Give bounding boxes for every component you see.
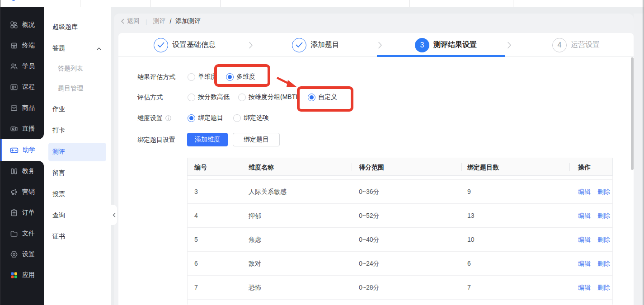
sidebar-item-直播[interactable]: 直播 [0, 118, 44, 139]
column-separator [569, 163, 570, 171]
sidebar-collapse-handle[interactable] [111, 205, 117, 225]
bind-question-button[interactable]: 绑定题目 [233, 133, 280, 146]
cell-score-range: 0~40分 [359, 228, 380, 252]
edit-link[interactable]: 编辑 [578, 204, 591, 228]
step-2[interactable]: 添加题目 [292, 33, 339, 57]
info-icon [165, 115, 171, 121]
students-icon [10, 62, 18, 70]
sidebar-item-设置[interactable]: 设置 [0, 244, 44, 265]
delete-link[interactable]: 删除 [597, 252, 610, 276]
breadcrumb-divider: | [146, 18, 147, 25]
cell-dimension-name: 抑郁 [249, 204, 261, 228]
table-body: 3人际关系敏感0~36分9编辑删除4抑郁0~52分13编辑删除5焦虑0~40分1… [187, 176, 613, 305]
radio-icon [233, 114, 241, 122]
dashboard-grid-icon [10, 21, 18, 29]
check-icon [157, 42, 165, 48]
sidebar-item-label: 营销 [22, 188, 35, 196]
chevron-right-icon [249, 42, 253, 49]
sidebar-item-label: 设置 [22, 250, 35, 258]
submenu-item-证书[interactable]: 证书 [44, 226, 111, 247]
submenu-item-label: 投票 [52, 190, 65, 198]
table-header: 编号 维度名称 得分范围 绑定题目数 操作 [187, 158, 613, 176]
radio-label: 按分数高低 [198, 93, 230, 101]
step-number-circle: 3 [415, 38, 429, 52]
radio-single-dimension[interactable]: 单维度 [188, 70, 217, 84]
submenu-item-查询[interactable]: 查询 [44, 205, 111, 226]
breadcrumb-parent[interactable]: 测评 [153, 17, 165, 25]
submenu-item-打卡[interactable]: 打卡 [44, 120, 111, 141]
study-aid-controller-icon [10, 146, 19, 155]
sidebar-item-label: 商品 [22, 104, 35, 112]
submenu-item-label: 证书 [52, 233, 65, 241]
step-1[interactable]: 设置基础信息 [154, 33, 216, 57]
sidebar-item-学员[interactable]: 学员 [0, 56, 44, 77]
cell-dimension-name: 敌对 [249, 252, 261, 276]
add-dimension-button[interactable]: 添加维度 [187, 133, 228, 146]
submenu-item-作业[interactable]: 作业 [44, 99, 111, 120]
order-clipboard-icon [10, 209, 18, 217]
column-separator [461, 163, 462, 171]
cell-bound-count: 7 [467, 276, 471, 300]
favicon-fragment-icon [12, 0, 15, 1]
delete-link[interactable]: 删除 [597, 180, 610, 204]
radio-bind-options[interactable]: 绑定选项 [233, 111, 269, 125]
submenu-item-答题[interactable]: 答题 [44, 38, 111, 59]
delete-link[interactable]: 删除 [597, 204, 610, 228]
radio-icon [238, 94, 246, 101]
sidebar-item-助学[interactable]: 助学 [0, 139, 44, 161]
cell-number: 3 [194, 180, 198, 204]
sidebar-item-教务[interactable]: 教务 [0, 161, 44, 182]
browser-tab-strip [0, 0, 644, 7]
column-separator [352, 163, 352, 171]
col-dimension-name: 维度名称 [249, 158, 274, 176]
breadcrumb-back-button[interactable]: 返回 [121, 17, 140, 25]
step-number-circle: 4 [552, 38, 567, 52]
sidebar-item-订单[interactable]: 订单 [0, 202, 44, 223]
submenu-item-label: 打卡 [52, 127, 65, 135]
sidebar-item-课程[interactable]: 课程 [0, 77, 44, 98]
submenu-item-题目管理[interactable]: 题目管理 [44, 79, 111, 99]
course-board-icon [10, 83, 18, 91]
form-row-evaluation-method: 评估方式 按分数高低 按维度分组(MBTI 自定义 [118, 90, 616, 104]
form-label: 评估方式 [137, 90, 163, 104]
column-separator [242, 163, 242, 171]
delete-link[interactable]: 删除 [597, 276, 610, 300]
storefront-icon [10, 42, 18, 50]
submenu-item-投票[interactable]: 投票 [44, 183, 111, 205]
sidebar-item-label: 教务 [22, 167, 35, 175]
submenu-item-label: 查询 [52, 211, 65, 220]
edit-link[interactable]: 编辑 [578, 228, 591, 252]
edit-link[interactable]: 编辑 [578, 180, 591, 204]
submenu-item-测评[interactable]: 测评 [44, 141, 111, 162]
tab-separator [220, 0, 221, 7]
chevron-left-icon [113, 213, 116, 217]
sidebar-item-概况[interactable]: 概况 [0, 14, 44, 35]
edit-link[interactable]: 编辑 [578, 252, 591, 276]
sidebar-item-营销[interactable]: 营销 [0, 182, 44, 202]
cell-score-range: 0~28分 [359, 276, 380, 300]
sidebar-item-商品[interactable]: 商品 [0, 98, 44, 118]
sidebar-item-应用[interactable]: 应用 [0, 265, 44, 286]
radio-bind-questions[interactable]: 绑定题目 [188, 111, 223, 125]
sidebar-item-文件[interactable]: 文件 [0, 223, 44, 244]
radio-label: 绑定题目 [198, 114, 223, 122]
submenu-item-超级题库[interactable]: 超级题库 [44, 16, 111, 38]
step-3[interactable]: 3 测评结果设置 [415, 33, 477, 57]
edit-link[interactable]: 编辑 [578, 276, 591, 300]
submenu-item-答题列表[interactable]: 答题列表 [44, 59, 111, 79]
step-title: 添加题目 [310, 40, 339, 50]
form-row-result-evaluation: 结果评估方式 单维度 多维度 [118, 70, 616, 84]
sidebar-item-label: 文件 [22, 230, 35, 238]
table-row: 6敌对0~24分6编辑删除 [188, 252, 612, 276]
sidebar-item-终端[interactable]: 终端 [0, 35, 44, 56]
submenu-item-label: 测评 [52, 148, 65, 156]
step-4[interactable]: 4 运营设置 [552, 33, 600, 57]
cell-score-range: 0~24分 [359, 252, 380, 276]
content-scrollbar-thumb[interactable] [631, 57, 634, 170]
radio-by-score[interactable]: 按分数高低 [188, 90, 230, 104]
delete-link[interactable]: 删除 [597, 228, 610, 252]
sidebar-item-label: 助学 [23, 146, 35, 154]
submenu-item-留言[interactable]: 留言 [44, 162, 111, 183]
sidebar-item-label: 概况 [22, 21, 35, 29]
radio-icon [188, 94, 195, 101]
